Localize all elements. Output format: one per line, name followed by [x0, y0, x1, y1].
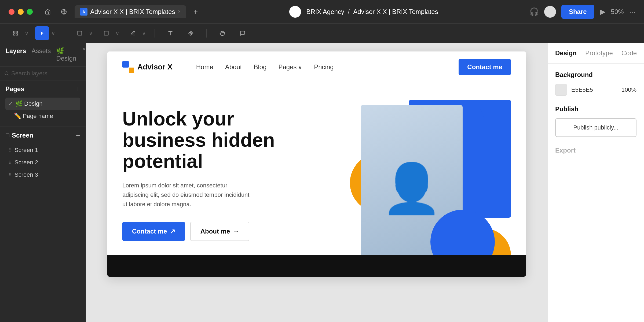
logo-yellow-square	[129, 68, 134, 73]
nav-cta-button[interactable]: Contact me	[459, 59, 511, 75]
pen-tool[interactable]	[126, 26, 140, 40]
right-panel-tabs: Design Prototype Code	[548, 43, 644, 64]
zoom-level[interactable]: 50%	[611, 8, 624, 16]
tool-group-pen: ∨	[126, 26, 146, 40]
hero-buttons: Contact me ↗ About me →	[122, 222, 345, 241]
frame-tool[interactable]	[73, 26, 87, 40]
right-panel-content: Background E5E5E5 100% Publish Publish p…	[548, 64, 644, 171]
comment-tool[interactable]	[236, 26, 250, 40]
user-avatar[interactable]	[544, 6, 556, 18]
grid-tool[interactable]	[9, 26, 23, 40]
screen-item-2[interactable]: ⠿ Screen 2	[5, 156, 80, 169]
new-tab-button[interactable]: +	[193, 8, 198, 16]
publish-section: Publish Publish publicly...	[555, 105, 636, 137]
bg-hex-value[interactable]: E5E5E5	[571, 86, 617, 93]
titlebar-center: BRIX Agency / Advisor X X | BRIX Templat…	[203, 6, 524, 18]
hand-tool[interactable]	[215, 26, 229, 40]
hero-section: Unlock your business hidden potential Lo…	[107, 83, 526, 255]
right-panel: Design Prototype Code Background E5E5E5 …	[547, 43, 644, 322]
nav-pages[interactable]: Pages	[279, 63, 302, 71]
about-label: About me	[200, 228, 230, 235]
maximize-button[interactable]	[27, 9, 33, 15]
publish-publicly-button[interactable]: Publish publicly...	[555, 118, 636, 137]
page-item-name[interactable]: ✏️ Page name	[5, 110, 80, 122]
globe-icon[interactable]	[58, 6, 69, 17]
arrow-icon: ↗	[170, 228, 175, 235]
screen-item-3[interactable]: ⠿ Screen 3	[5, 169, 80, 181]
tab-design[interactable]: Design	[555, 49, 577, 57]
left-panel: Layers Assets 🌿 Design ^ Search layers P…	[0, 43, 86, 322]
about-me-button[interactable]: About me →	[190, 222, 250, 241]
svg-rect-12	[6, 134, 9, 137]
hero-visual: 👤	[345, 100, 511, 255]
traffic-lights	[9, 9, 33, 15]
screen-drag-1: ⠿	[9, 148, 12, 153]
add-screen-button[interactable]: +	[76, 131, 80, 140]
separator-1	[64, 29, 64, 38]
browser-tab[interactable]: A Advisor X X | BRIX Templates ×	[75, 5, 186, 18]
text-tool[interactable]	[163, 26, 177, 40]
select-tool[interactable]	[35, 26, 49, 40]
nav-home[interactable]: Home	[196, 63, 213, 71]
publish-title: Publish	[555, 105, 636, 113]
component-tool[interactable]	[184, 26, 198, 40]
page-item-design[interactable]: ✓ 🌿 Design	[5, 98, 80, 110]
nav-links: Home About Blog Pages Pricing	[196, 63, 446, 71]
nav-blog[interactable]: Blog	[254, 63, 266, 71]
tab-prototype[interactable]: Prototype	[585, 49, 613, 57]
contact-me-button[interactable]: Contact me ↗	[122, 222, 185, 241]
tab-assets[interactable]: Assets	[31, 47, 51, 62]
play-icon[interactable]: ▶	[600, 7, 606, 16]
home-icon[interactable]	[42, 6, 53, 17]
tab-design[interactable]: 🌿 Design	[56, 47, 76, 62]
page-design-label: 🌿 Design	[15, 100, 43, 107]
bg-color-swatch[interactable]	[555, 84, 567, 96]
screen-item-1[interactable]: ⠿ Screen 1	[5, 144, 80, 156]
hero-title: Unlock your business hidden potential	[122, 108, 278, 172]
search-wrap: Search layers	[4, 70, 81, 77]
add-page-button[interactable]: +	[76, 85, 80, 93]
svg-line-11	[8, 74, 8, 75]
background-section: Background E5E5E5 100%	[555, 71, 636, 96]
panel-search: Search layers	[0, 67, 86, 80]
check-icon: ✓	[9, 101, 13, 107]
titlebar: A Advisor X X | BRIX Templates × + BRIX …	[0, 0, 644, 24]
tab-layers[interactable]: Layers	[5, 47, 26, 62]
pages-section: Pages + ✓ 🌿 Design ✏️ Page name	[0, 80, 86, 127]
tool-group-left: ∨	[9, 26, 29, 40]
svg-rect-2	[14, 31, 15, 33]
nav-pricing[interactable]: Pricing	[314, 63, 334, 71]
hero-content: Unlock your business hidden potential Lo…	[122, 100, 345, 241]
brand-avatar	[289, 6, 301, 18]
bg-opacity-value[interactable]: 100%	[621, 86, 636, 93]
shape-tool[interactable]	[99, 26, 113, 40]
screen-label-3: Screen 3	[14, 171, 38, 178]
share-button[interactable]: Share	[561, 5, 594, 19]
close-button[interactable]	[9, 9, 14, 15]
nav-about[interactable]: About	[225, 63, 242, 71]
svg-rect-6	[78, 31, 82, 35]
logo-icon	[122, 61, 134, 73]
pages-header: Pages +	[5, 85, 80, 93]
logo-text: Advisor X	[137, 63, 173, 71]
tab-code[interactable]: Code	[621, 49, 637, 57]
tool-group-frame: ∨	[73, 26, 93, 40]
minimize-button[interactable]	[18, 9, 24, 15]
screen-drag-3: ⠿	[9, 172, 12, 177]
svg-rect-7	[104, 31, 108, 35]
screen-label-2: Screen 2	[14, 159, 38, 166]
svg-rect-5	[16, 34, 18, 35]
pages-title: Pages	[5, 85, 24, 93]
screens-title: Screen	[12, 132, 33, 139]
person-emoji: 👤	[382, 164, 442, 212]
main-layout: Layers Assets 🌿 Design ^ Search layers P…	[0, 43, 644, 322]
screens-header: Screen +	[5, 131, 80, 140]
screen-label-1: Screen 1	[14, 147, 38, 154]
tool-group-select: ∨	[35, 26, 55, 40]
more-options-icon[interactable]: ···	[629, 8, 635, 16]
website-frame: Advisor X Home About Blog Pages Pricing …	[107, 51, 526, 277]
tab-close-icon[interactable]: ×	[178, 9, 181, 14]
page-name-label: ✏️ Page name	[14, 113, 53, 120]
background-title: Background	[555, 71, 636, 79]
headphones-icon[interactable]: 🎧	[529, 7, 539, 16]
